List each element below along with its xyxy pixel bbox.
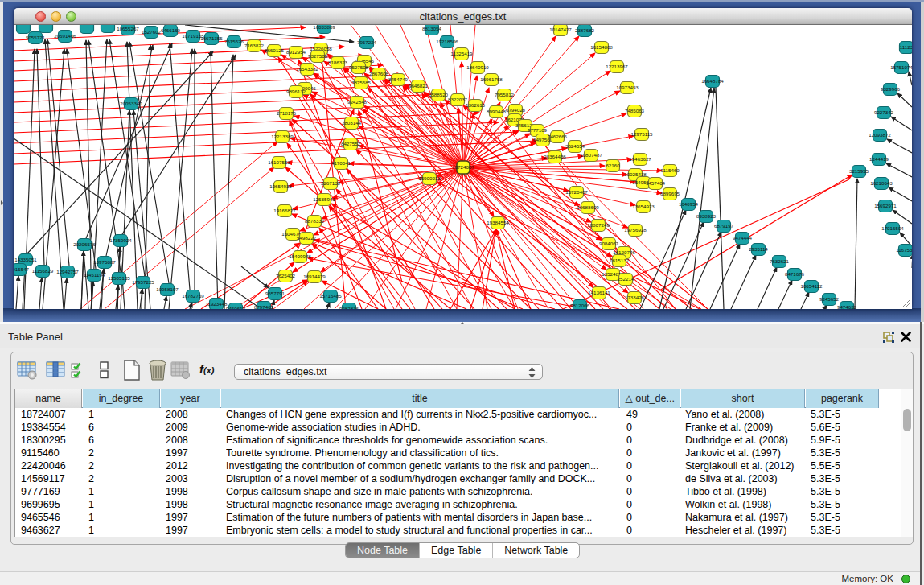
svg-text:7957224: 7957224 xyxy=(357,39,377,45)
svg-text:8813054: 8813054 xyxy=(422,26,442,31)
svg-text:10654112: 10654112 xyxy=(800,283,823,289)
svg-text:9282836: 9282836 xyxy=(339,306,359,309)
svg-text:6899695: 6899695 xyxy=(660,191,680,196)
svg-text:9812066: 9812066 xyxy=(570,303,590,308)
svg-text:20053340: 20053340 xyxy=(120,101,142,106)
svg-text:8454749: 8454749 xyxy=(388,76,409,82)
svg-text:19463627: 19463627 xyxy=(629,156,651,162)
svg-text:3875685: 3875685 xyxy=(351,80,372,85)
svg-text:18640910: 18640910 xyxy=(466,64,489,70)
svg-text:9115460: 9115460 xyxy=(660,167,680,173)
svg-text:1167534: 1167534 xyxy=(896,247,912,253)
svg-text:9527508: 9527508 xyxy=(349,64,369,70)
svg-text:8938923: 8938923 xyxy=(696,213,717,219)
svg-text:3915547: 3915547 xyxy=(14,266,30,272)
svg-text:12942757: 12942757 xyxy=(56,269,79,274)
svg-text:7955812: 7955812 xyxy=(495,92,515,97)
svg-text:12213967: 12213967 xyxy=(606,64,628,69)
svg-text:9242848: 9242848 xyxy=(347,99,368,105)
svg-text:8878332: 8878332 xyxy=(305,218,325,224)
svg-text:15409948: 15409948 xyxy=(289,253,311,259)
svg-text:9657791: 9657791 xyxy=(265,290,285,296)
svg-text:7462666: 7462666 xyxy=(548,134,568,139)
svg-text:9457404: 9457404 xyxy=(646,180,666,186)
svg-text:9084067: 9084067 xyxy=(599,241,619,246)
svg-text:15900213: 15900213 xyxy=(418,175,441,181)
svg-text:1615132: 1615132 xyxy=(610,257,630,263)
svg-text:14335051: 14335051 xyxy=(14,257,37,262)
svg-text:15751074: 15751074 xyxy=(890,64,912,70)
svg-text:2867608: 2867608 xyxy=(369,71,389,76)
svg-text:7485063: 7485063 xyxy=(625,108,645,113)
svg-text:9450612: 9450612 xyxy=(226,306,246,309)
svg-text:10807487: 10807487 xyxy=(580,152,602,158)
svg-text:16671355: 16671355 xyxy=(200,35,223,41)
svg-text:8912954: 8912954 xyxy=(286,49,306,55)
svg-text:12505135: 12505135 xyxy=(108,275,130,281)
svg-text:6466160: 6466160 xyxy=(161,27,181,33)
svg-text:10688609: 10688609 xyxy=(577,204,599,210)
svg-text:16107553: 16107553 xyxy=(268,159,290,165)
svg-text:10147427: 10147427 xyxy=(549,27,572,32)
svg-text:10975887: 10975887 xyxy=(93,259,116,265)
svg-text:17957225: 17957225 xyxy=(132,279,154,285)
svg-text:8797465: 8797465 xyxy=(254,304,274,309)
svg-text:2935114: 2935114 xyxy=(749,246,768,252)
svg-text:12213389: 12213389 xyxy=(271,134,294,139)
svg-text:8186323: 8186323 xyxy=(328,60,348,65)
svg-text:20206576: 20206576 xyxy=(73,241,96,247)
svg-text:11451194: 11451194 xyxy=(84,272,105,278)
svg-text:8471676: 8471676 xyxy=(785,271,805,277)
svg-text:3624554: 3624554 xyxy=(565,143,585,149)
svg-text:17016504: 17016504 xyxy=(881,225,904,231)
svg-text:12535941: 12535941 xyxy=(313,196,335,202)
svg-text:15716485: 15716485 xyxy=(319,293,342,299)
svg-text:9777109: 9777109 xyxy=(528,127,548,133)
svg-text:6794028: 6794028 xyxy=(506,107,526,113)
svg-text:11123: 11123 xyxy=(900,44,912,50)
svg-text:1588520: 1588520 xyxy=(429,92,449,97)
svg-text:2718176: 2718176 xyxy=(277,110,297,116)
svg-text:7625402: 7625402 xyxy=(276,273,296,278)
svg-text:8660125: 8660125 xyxy=(265,47,285,53)
svg-text:20691406: 20691406 xyxy=(54,33,76,39)
svg-text:9896132: 9896132 xyxy=(286,89,306,94)
svg-text:1244419: 1244419 xyxy=(869,156,889,162)
svg-text:18724007: 18724007 xyxy=(452,164,474,170)
svg-text:18807249: 18807249 xyxy=(587,222,610,228)
svg-text:16543382: 16543382 xyxy=(296,66,318,72)
svg-text:1640954: 1640954 xyxy=(679,201,699,207)
svg-text:5498222: 5498222 xyxy=(297,235,317,241)
svg-text:14136141: 14136141 xyxy=(588,290,610,295)
svg-text:19384554: 19384554 xyxy=(487,220,509,225)
svg-text:10973493: 10973493 xyxy=(616,84,639,90)
svg-text:9474632: 9474632 xyxy=(837,304,857,309)
svg-text:252214: 252214 xyxy=(618,276,634,282)
svg-text:6879197: 6879197 xyxy=(714,223,734,229)
svg-text:12093872: 12093872 xyxy=(869,132,891,138)
svg-text:7163822: 7163822 xyxy=(244,43,265,48)
svg-text:9474444: 9474444 xyxy=(733,235,753,241)
svg-text:16782759: 16782759 xyxy=(182,293,204,299)
svg-text:3215955: 3215955 xyxy=(849,168,869,174)
svg-text:11156829: 11156829 xyxy=(32,268,54,274)
svg-text:10655267: 10655267 xyxy=(117,26,139,31)
svg-text:2803144: 2803144 xyxy=(342,120,362,126)
svg-text:9329966: 9329966 xyxy=(881,86,901,92)
svg-text:17359924: 17359924 xyxy=(109,237,132,243)
svg-text:10958107: 10958107 xyxy=(156,286,179,292)
svg-text:9327500: 9327500 xyxy=(308,53,328,59)
svg-text:7632621: 7632621 xyxy=(770,258,790,264)
svg-text:4170041: 4170041 xyxy=(331,160,351,166)
svg-text:7515526: 7515526 xyxy=(224,39,244,44)
svg-text:9245652: 9245652 xyxy=(819,296,840,302)
svg-text:20364436: 20364436 xyxy=(544,154,566,159)
svg-text:1733426: 1733426 xyxy=(625,295,645,300)
svg-text:8990448: 8990448 xyxy=(487,109,507,114)
svg-text:16961758: 16961758 xyxy=(480,76,503,82)
svg-text:62160: 62160 xyxy=(606,163,620,168)
svg-text:16914479: 16914479 xyxy=(303,274,326,279)
svg-text:2387682: 2387682 xyxy=(575,27,595,33)
svg-text:19166827: 19166827 xyxy=(273,208,296,213)
svg-text:9646821: 9646821 xyxy=(409,83,429,89)
